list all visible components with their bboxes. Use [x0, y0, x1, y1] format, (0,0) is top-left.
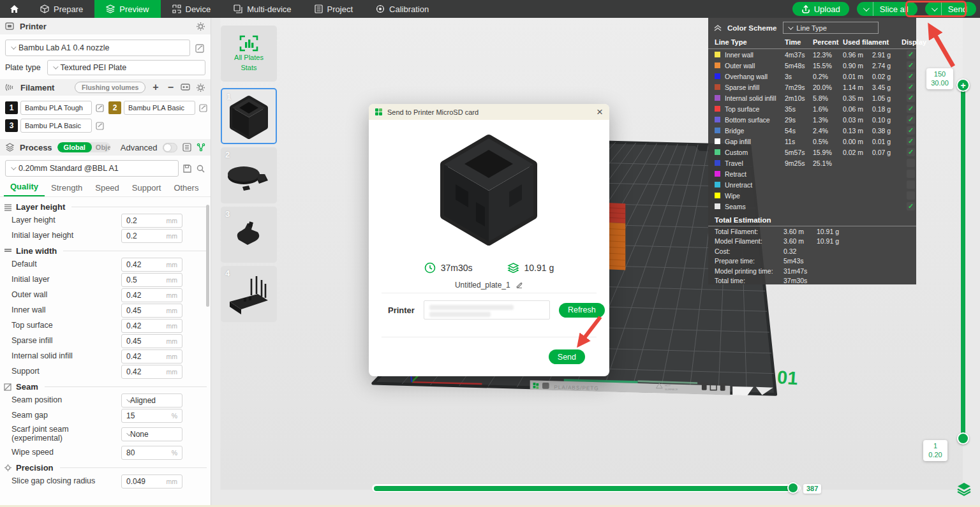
edit-plate-name-icon[interactable] [516, 281, 523, 288]
display-checkbox[interactable]: ✓ [907, 126, 915, 135]
add-filament-button[interactable]: + [151, 82, 160, 93]
filament-slot-3[interactable]: 3 Bambu PLA Basic [5, 119, 106, 133]
filament-settings-gear-icon[interactable] [196, 83, 205, 92]
initial-layer-line-width-input[interactable]: 0.5mm [121, 273, 182, 287]
printer-settings-gear-icon[interactable] [196, 22, 205, 31]
flushing-volumes-button[interactable]: Flushing volumes [75, 82, 145, 93]
tab-calibration[interactable]: Calibration [364, 0, 440, 18]
default-line-width-input[interactable]: 0.42mm [121, 258, 182, 272]
filament-3-name[interactable]: Bambu PLA Basic [20, 119, 92, 133]
parameter-list[interactable]: Layer height Layer height0.2mm Initial l… [0, 197, 211, 489]
display-checkbox[interactable]: ✓ [907, 202, 915, 210]
tab-support[interactable]: Support [126, 180, 168, 196]
support-line-width-input[interactable]: 0.42mm [121, 365, 182, 379]
upload-button[interactable]: Upload [792, 2, 849, 16]
display-checkbox[interactable] [907, 170, 915, 178]
scope-objects[interactable]: Objects [92, 142, 110, 152]
filament-2-name[interactable]: Bambu PLA Basic [124, 101, 195, 115]
param-row: Outer wall0.42mm [0, 288, 211, 303]
initial-layer-height-input[interactable]: 0.2mm [121, 229, 182, 243]
tab-preview[interactable]: Preview [94, 0, 160, 18]
layer-height-input[interactable]: 0.2mm [121, 214, 182, 228]
layers-view-icon[interactable] [956, 481, 972, 497]
filament-1-edit-icon[interactable] [94, 102, 106, 114]
filament-3-edit-icon[interactable] [94, 120, 106, 131]
display-checkbox[interactable]: ✓ [907, 94, 915, 102]
top-surface-line-width-input[interactable]: 0.42mm [121, 319, 182, 333]
plate-number-label: 2 [225, 150, 230, 159]
plate-thumbnail-2[interactable]: 2 [221, 147, 277, 203]
process-scope-toggle[interactable]: Global Objects [57, 142, 110, 152]
display-checkbox[interactable]: ✓ [907, 115, 915, 124]
process-graph-icon[interactable] [197, 143, 205, 152]
outer-wall-line-width-input[interactable]: 0.42mm [121, 288, 182, 302]
display-checkbox[interactable] [907, 180, 915, 189]
display-checkbox[interactable] [907, 191, 915, 200]
chevron-down-icon [11, 165, 16, 170]
display-checkbox[interactable]: ✓ [907, 50, 915, 59]
layer-slider-track[interactable] [961, 85, 965, 439]
seam-position-select[interactable]: Aligned [121, 393, 182, 408]
tab-others[interactable]: Others [167, 180, 205, 196]
plate-type-select[interactable]: Textured PEI Plate [47, 60, 205, 75]
dialog-send-button[interactable]: Send [549, 349, 585, 364]
advanced-toggle[interactable] [163, 143, 177, 152]
display-checkbox[interactable]: ✓ [907, 61, 915, 70]
color-scheme-select[interactable]: Line Type [783, 22, 879, 34]
sidebar-scrollbar[interactable] [206, 205, 209, 307]
process-preset-select[interactable]: 0.20mm Standard @BBL A1 [5, 160, 179, 177]
all-plates-stats-button[interactable]: All Plates Stats [221, 26, 277, 82]
close-icon[interactable]: × [597, 107, 603, 117]
scope-global[interactable]: Global [57, 142, 92, 152]
slice-dropdown-chevron-icon[interactable] [857, 2, 873, 16]
line-type-swatch [715, 138, 720, 144]
filament-slot-2[interactable]: 2 Bambu PLA Basic [108, 101, 209, 115]
plate-thumbnail-3[interactable]: 3 [221, 207, 277, 263]
filament-2-edit-icon[interactable] [198, 102, 209, 114]
tab-prepare[interactable]: Prepare [29, 0, 94, 18]
wipe-speed-input[interactable]: 80% [121, 446, 182, 460]
tab-multi-device[interactable]: Multi-device [222, 0, 302, 18]
process-tabs: Quality Strength Speed Support Others [0, 179, 211, 197]
printer-model-select[interactable]: Bambu Lab A1 0.4 nozzle [5, 40, 190, 56]
inner-wall-line-width-input[interactable]: 0.45mm [121, 304, 182, 318]
seam-gap-input[interactable]: 15% [121, 409, 182, 423]
save-preset-icon[interactable] [182, 164, 192, 173]
search-preset-icon[interactable] [196, 164, 205, 173]
display-checkbox[interactable]: ✓ [907, 83, 915, 91]
line-type-swatch [715, 149, 720, 155]
refresh-button[interactable]: Refresh [559, 303, 605, 318]
dialog-title: Send to Printer MicroSD card [387, 108, 479, 116]
step-slider-track[interactable] [371, 483, 801, 493]
layer-slider-bottom-handle[interactable] [957, 432, 969, 445]
ams-sync-icon[interactable] [181, 83, 191, 92]
collapse-panel-icon[interactable] [713, 24, 722, 32]
dialog-title-bar[interactable]: Send to Printer MicroSD card × [369, 104, 609, 120]
remove-filament-button[interactable]: − [166, 82, 175, 93]
home-button[interactable] [0, 0, 29, 18]
display-checkbox[interactable]: ✓ [907, 148, 915, 156]
step-slider-handle[interactable] [787, 482, 799, 494]
sparse-infill-line-width-input[interactable]: 0.45mm [121, 334, 182, 348]
slice-gap-closing-radius-input[interactable]: 0.049mm [121, 474, 182, 489]
filament-1-name[interactable]: Bambu PLA Tough [20, 101, 92, 115]
display-checkbox[interactable]: ✓ [907, 105, 915, 113]
display-checkbox[interactable]: ✓ [907, 137, 915, 145]
tab-strength[interactable]: Strength [45, 180, 89, 196]
tab-quality[interactable]: Quality [4, 179, 45, 196]
tab-speed[interactable]: Speed [89, 180, 126, 196]
internal-solid-infill-line-width-input[interactable]: 0.42mm [121, 349, 182, 364]
printer-select-input[interactable] [424, 300, 550, 320]
tab-project[interactable]: Project [303, 0, 364, 18]
layer-slider-top-handle[interactable]: + [956, 78, 970, 92]
plate-thumbnail-1[interactable]: 1 [221, 88, 277, 144]
parameter-list-icon[interactable] [182, 143, 191, 152]
scarf-joint-seam-select[interactable]: None [121, 427, 182, 441]
display-checkbox[interactable] [907, 159, 915, 167]
plate-thumbnail-4[interactable]: 4 [221, 266, 277, 322]
printer-edit-icon[interactable] [194, 42, 205, 54]
layer-slider-top-tooltip: 15030.00 [926, 68, 953, 89]
display-checkbox[interactable]: ✓ [907, 72, 915, 80]
tab-device[interactable]: Device [161, 0, 223, 18]
filament-slot-1[interactable]: 1 Bambu PLA Tough [5, 101, 106, 115]
